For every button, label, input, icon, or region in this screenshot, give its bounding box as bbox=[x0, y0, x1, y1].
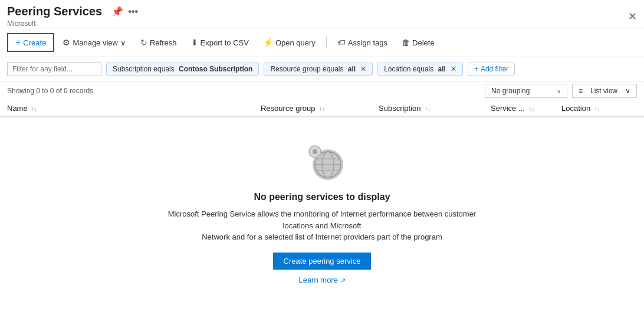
filter-tag-resourcegroup-dismiss[interactable]: ✕ bbox=[360, 65, 366, 73]
col-header-name[interactable]: Name ↑↓ bbox=[7, 104, 261, 113]
filter-tag-location-dismiss[interactable]: ✕ bbox=[451, 65, 456, 73]
filter-input[interactable] bbox=[7, 62, 101, 76]
add-filter-button[interactable]: + Add filter bbox=[468, 63, 515, 76]
empty-state: No peering services to display Microsoft… bbox=[0, 117, 644, 302]
grouping-label: No grouping bbox=[491, 87, 530, 95]
svg-point-7 bbox=[313, 149, 317, 154]
sort-icon-rg: ↑↓ bbox=[319, 106, 325, 112]
page-title-row: Peering Services 📌 ••• bbox=[7, 5, 138, 18]
view-list-icon: ≡ bbox=[579, 87, 583, 95]
view-label: List view bbox=[590, 87, 617, 95]
toolbar: + Create ⚙ Manage view ∨ ↻ Refresh ⬇ Exp… bbox=[0, 28, 644, 57]
create-button[interactable]: + Create bbox=[7, 33, 54, 52]
download-icon: ⬇ bbox=[191, 38, 198, 47]
filter-tag-resourcegroup-value: all bbox=[348, 65, 356, 73]
query-icon: ⚡ bbox=[263, 38, 273, 47]
page-subtitle: Microsoft bbox=[7, 19, 138, 28]
title-bar-left: Peering Services 📌 ••• Microsoft bbox=[7, 5, 138, 28]
more-options-icon[interactable]: ••• bbox=[128, 6, 138, 17]
col-header-service[interactable]: Service ... ↑↓ bbox=[491, 104, 561, 113]
pin-icon[interactable]: 📌 bbox=[111, 6, 123, 17]
svg-line-8 bbox=[318, 155, 320, 155]
filter-tag-location-label: Location equals bbox=[384, 65, 435, 73]
open-query-button[interactable]: ⚡ Open query bbox=[257, 35, 321, 50]
title-bar: Peering Services 📌 ••• Microsoft ✕ bbox=[0, 0, 644, 28]
col-header-location[interactable]: Location ↑↓ bbox=[561, 104, 637, 113]
records-count: Showing 0 to 0 of 0 records. bbox=[7, 87, 95, 95]
view-dropdown[interactable]: ≡ List view ∨ bbox=[572, 84, 637, 98]
grouping-chevron-icon: ∨ bbox=[557, 88, 561, 94]
filter-tag-subscription: Subscription equals Contoso Subscription bbox=[106, 63, 259, 76]
learn-more-link[interactable]: Learn more ↗ bbox=[298, 276, 345, 284]
tag-icon: 🏷 bbox=[337, 38, 346, 47]
grouping-dropdown[interactable]: No grouping ∨ bbox=[485, 84, 567, 98]
empty-title: No peering services to display bbox=[254, 192, 390, 202]
empty-globe-icon bbox=[298, 135, 346, 182]
col-header-subscription[interactable]: Subscription ↑↓ bbox=[379, 104, 491, 113]
sort-icon-loc: ↑↓ bbox=[594, 106, 600, 112]
filter-bar: Subscription equals Contoso Subscription… bbox=[0, 57, 644, 81]
toolbar-divider bbox=[326, 37, 327, 48]
view-chevron-icon: ∨ bbox=[625, 87, 630, 95]
empty-description: Microsoft Peering Service allows the mon… bbox=[157, 208, 487, 243]
status-controls: No grouping ∨ ≡ List view ∨ bbox=[485, 84, 637, 98]
plus-icon: + bbox=[15, 37, 21, 48]
empty-desc-blue: Microsoft Peering Service allows the mon… bbox=[168, 209, 476, 230]
status-bar: Showing 0 to 0 of 0 records. No grouping… bbox=[0, 81, 644, 100]
filter-tag-subscription-value: Contoso Subscription bbox=[179, 65, 252, 73]
refresh-button[interactable]: ↻ Refresh bbox=[134, 35, 183, 50]
gear-icon: ⚙ bbox=[63, 38, 70, 47]
filter-tag-location-value: all bbox=[438, 65, 446, 73]
refresh-icon: ↻ bbox=[140, 38, 147, 47]
filter-tag-subscription-label: Subscription equals bbox=[113, 65, 176, 73]
chevron-down-icon: ∨ bbox=[120, 38, 126, 47]
sort-icon-name: ↑↓ bbox=[31, 106, 37, 112]
filter-tag-resourcegroup: Resource group equals all ✕ bbox=[264, 63, 373, 76]
page-title: Peering Services bbox=[7, 5, 102, 18]
filter-tag-resourcegroup-label: Resource group equals bbox=[270, 65, 345, 73]
close-icon[interactable]: ✕ bbox=[628, 10, 637, 23]
filter-tag-location: Location equals all ✕ bbox=[377, 63, 463, 76]
trash-icon: 🗑 bbox=[402, 38, 410, 47]
manage-view-button[interactable]: ⚙ Manage view ∨ bbox=[57, 35, 132, 50]
delete-button[interactable]: 🗑 Delete bbox=[396, 35, 441, 50]
empty-desc-plain: Network and for a selected list of Inter… bbox=[202, 232, 442, 241]
sort-icon-sub: ↑↓ bbox=[425, 106, 431, 112]
table-header: Name ↑↓ Resource group ↑↓ Subscription ↑… bbox=[0, 100, 644, 117]
title-bar-icons: 📌 ••• bbox=[111, 6, 138, 17]
add-filter-icon: + bbox=[474, 65, 478, 73]
export-button[interactable]: ⬇ Export to CSV bbox=[185, 35, 255, 50]
create-peering-service-button[interactable]: Create peering service bbox=[273, 253, 372, 270]
col-header-resourcegroup[interactable]: Resource group ↑↓ bbox=[261, 104, 379, 113]
external-link-icon: ↗ bbox=[340, 277, 346, 284]
assign-tags-button[interactable]: 🏷 Assign tags bbox=[331, 35, 393, 50]
sort-icon-svc: ↑↓ bbox=[528, 106, 534, 112]
